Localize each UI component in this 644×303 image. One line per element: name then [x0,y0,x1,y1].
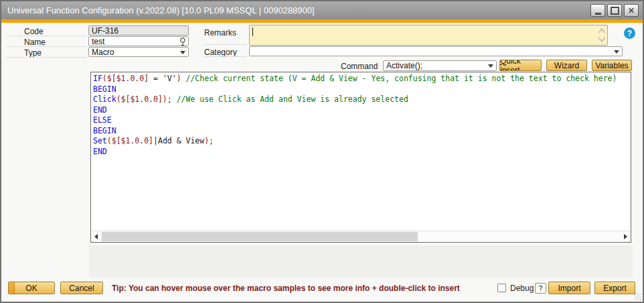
code-token: BEGIN [93,126,116,135]
code-field: UF-316 [88,25,189,36]
ok-label: OK [25,284,37,293]
window-controls: ✕ [590,4,639,17]
variables-button[interactable]: Variables [592,60,632,71]
chevron-down-icon [598,34,605,42]
window-title: Universal Function Configuration (v.2022… [7,5,590,15]
category-dropdown[interactable] [249,46,623,56]
dialog-content: Code Name Type UF-316 test Macro Remarks… [1,23,643,302]
code-value: UF-316 [92,26,118,36]
debug-label: Debug [510,284,534,293]
tip-text: Tip: You can hover mouse over the macro … [112,284,460,293]
command-label: Command [341,62,378,71]
name-value: test [92,37,104,46]
code-token: = 'V' [149,74,177,83]
code-line: END [93,147,629,158]
choose-from-list-icon[interactable] [179,38,186,46]
code-token: BEGIN [93,84,116,94]
scrollbar-thumb[interactable] [102,232,418,241]
export-label: Export [603,284,627,293]
command-dropdown[interactable]: Activate(); [383,60,497,71]
maximize-button[interactable] [607,4,622,17]
cancel-button[interactable]: Cancel [60,282,103,294]
code-token: END [93,147,107,156]
close-icon: ✕ [628,7,635,15]
code-token: //Check current state (V = Add & View - … [181,74,617,83]
default-button-stripe [9,282,15,294]
type-label: Type [24,48,42,58]
quick-insert-button[interactable]: Quick insert [499,60,542,71]
type-value: Macro [92,48,114,57]
chevron-down-icon [180,51,185,54]
code-token: Set [93,136,107,145]
code-token: END [93,105,107,115]
divider [7,36,87,36]
code-line: END [93,105,629,116]
help-icon[interactable]: ? [624,27,635,39]
code-line: ELSE [93,115,629,126]
title-bar[interactable]: Universal Function Configuration (v.2022… [1,1,643,19]
text-caret [252,27,253,36]
resize-grip[interactable] [634,293,641,300]
divider [204,44,246,45]
name-field[interactable]: test [88,36,189,46]
code-line: IF($[$1.0.0] = 'V') //Check current stat… [93,74,629,84]
code-token: ($[$1.0.0]); [116,95,172,104]
code-token: ); [204,136,214,145]
macro-code-editor[interactable]: IF($[$1.0.0] = 'V') //Check current stat… [90,72,631,243]
chevron-down-icon [488,64,493,68]
debug-help-button[interactable]: ? [535,283,546,294]
category-label: Category [204,48,237,57]
wizard-button[interactable]: Wizard [546,60,587,71]
arrow-right-icon [624,234,627,239]
code-lines: IF($[$1.0.0] = 'V') //Check current stat… [93,74,629,230]
name-label: Name [24,38,46,47]
export-button[interactable]: Export [594,282,635,294]
divider [7,46,87,47]
horizontal-scrollbar[interactable] [91,231,631,242]
code-line: Click($[$1.0.0]); //We use Click as Add … [93,95,629,105]
code-line: BEGIN [93,126,629,137]
quick-insert-label: Quick insert [500,60,541,71]
minimize-button[interactable] [590,4,605,17]
code-label: Code [24,27,44,36]
code-token: ($[$1.0.0] [107,136,153,145]
scroll-left-button[interactable] [91,231,101,242]
type-dropdown[interactable]: Macro [88,47,189,57]
cancel-label: Cancel [69,284,94,293]
arrow-left-icon [94,234,98,239]
code-token: Click [93,95,116,104]
code-token: ELSE [93,115,112,125]
dialog-window: Universal Function Configuration (v.2022… [0,0,644,303]
code-line: BEGIN [93,84,629,95]
remarks-label: Remarks [204,28,236,38]
scroll-right-button[interactable] [621,231,631,242]
ok-button[interactable]: OK [8,282,55,294]
variables-label: Variables [595,61,628,70]
import-label: Import [558,284,580,293]
chevron-down-icon [614,50,619,54]
remarks-field[interactable] [249,25,608,46]
code-token: ($[$1.0.0] [102,74,149,83]
divider [7,57,87,58]
import-button[interactable]: Import [548,282,590,294]
code-token: ) [177,74,181,83]
code-token: IF [93,74,102,83]
code-line: Set($[$1.0.0]|Add & View); [93,136,629,147]
samples-panel [89,245,633,278]
wizard-label: Wizard [554,61,579,70]
code-token: //We use Click as Add and View is alread… [172,95,408,104]
maximize-icon [611,7,619,15]
debug-checkbox[interactable] [497,284,506,292]
minimize-icon [595,13,601,15]
code-token: |Add & View [153,136,204,145]
remarks-scrollbar[interactable] [597,27,606,44]
divider [204,56,246,57]
close-button[interactable]: ✕ [624,4,639,17]
command-value: Activate(); [386,61,422,70]
